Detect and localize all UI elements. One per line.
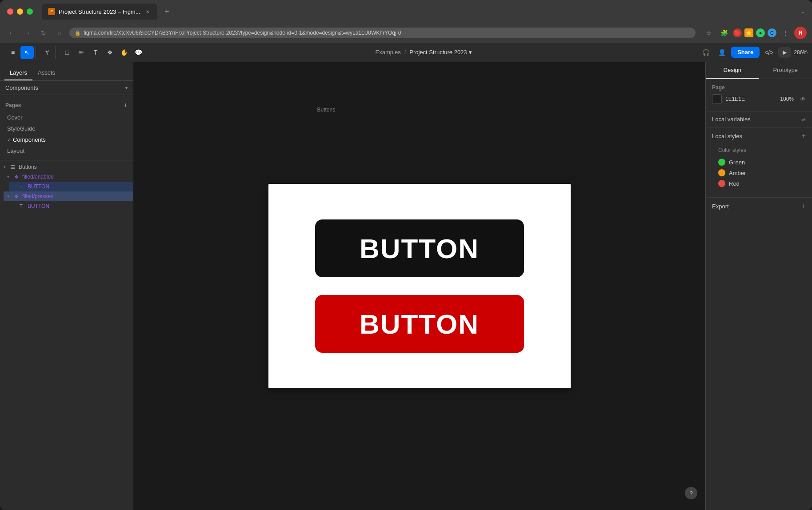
button-filled-enabled[interactable]: BUTTON xyxy=(315,219,524,277)
lock-icon: 🔒 xyxy=(75,30,81,36)
avatar-icon[interactable]: 👤 xyxy=(715,46,728,59)
page-color-value[interactable]: 1E1E1E xyxy=(725,96,745,102)
url-text: figma.com/file/XtcXvU6iSicCYDAB3YnFrx/Pr… xyxy=(84,30,401,36)
layer-button-text-1[interactable]: ▾ T BUTTON xyxy=(9,182,133,191)
minimize-traffic-light[interactable] xyxy=(17,8,23,15)
text-tool-button[interactable]: T xyxy=(89,46,102,59)
local-styles-section: Local styles + Color styles Green Amber xyxy=(706,128,812,197)
visibility-icon[interactable]: 👁 xyxy=(800,96,806,103)
export-add-button[interactable]: + xyxy=(802,202,806,210)
help-icon[interactable]: ? xyxy=(685,487,697,499)
tab-prototype[interactable]: Prototype xyxy=(759,62,812,79)
tab-expand-button[interactable]: ⌄ xyxy=(800,8,805,15)
components-label: Components xyxy=(5,84,125,91)
sidebar-tabs: Layers Assets xyxy=(0,62,133,81)
canvas-frame: BUTTON BUTTON xyxy=(268,184,571,388)
forward-button[interactable]: → xyxy=(21,27,34,39)
button-filled-pressed[interactable]: BUTTON xyxy=(315,295,524,353)
back-button[interactable]: ← xyxy=(5,27,18,39)
tab-layers[interactable]: Layers xyxy=(4,66,32,80)
frame-tool-button[interactable]: # xyxy=(40,46,54,59)
page-item-cover[interactable]: Cover xyxy=(0,112,133,123)
page-item-layout[interactable]: Layout xyxy=(0,145,133,156)
page-item-components[interactable]: ✓ Components xyxy=(0,134,133,145)
variables-icon[interactable]: ⇌ xyxy=(801,116,806,123)
chevron-down-icon: ▾ xyxy=(7,175,12,179)
tool-group-shape: □ ✏ T ❖ ✋ 💬 xyxy=(59,46,147,59)
red-color-dot xyxy=(718,180,725,187)
breadcrumb-parent[interactable]: Examples xyxy=(376,49,401,56)
layer-filled-pressed[interactable]: ▾ ❖ filled/pressed xyxy=(4,191,133,201)
zoom-level[interactable]: 286% xyxy=(794,49,808,56)
pages-section: Pages + Cover StyleGuide ✓ Components La… xyxy=(0,95,133,160)
close-traffic-light[interactable] xyxy=(7,8,13,15)
figma-toolbar-center: Examples / Project Structure 2023 ▾ xyxy=(150,49,697,56)
layer-buttons-group[interactable]: ▾ ☰ Buttons xyxy=(0,162,133,172)
page-item-styleguide[interactable]: StyleGuide xyxy=(0,123,133,134)
reload-button[interactable]: ↻ xyxy=(37,27,50,39)
layer-filled-enabled[interactable]: ▾ ❖ filled/enabled xyxy=(4,172,133,182)
chevron-down-icon: ▾ xyxy=(7,194,12,199)
add-page-button[interactable]: + xyxy=(124,101,128,109)
layer-button-text-1-label: BUTTON xyxy=(28,183,49,190)
page-opacity-value[interactable]: 100% xyxy=(780,96,794,102)
address-input[interactable]: 🔒 figma.com/file/XtcXvU6iSicCYDAB3YnFrx/… xyxy=(69,28,696,38)
export-label: Export xyxy=(712,203,802,210)
help-button[interactable]: ? xyxy=(685,487,697,499)
green-color-dot xyxy=(718,159,725,166)
maximize-traffic-light[interactable] xyxy=(27,8,33,15)
pages-section-title: Pages xyxy=(5,102,124,108)
play-button[interactable]: ▶ xyxy=(778,47,791,58)
ext-icon-2[interactable]: ⭐ xyxy=(744,28,753,37)
pages-section-header: Pages + xyxy=(0,99,133,112)
active-tab[interactable]: F Project Structure 2023 – Figm... ✕ xyxy=(42,4,157,20)
browser-window: F Project Structure 2023 – Figm... ✕ + ⌄… xyxy=(0,0,812,510)
home-button[interactable]: ⌂ xyxy=(53,27,66,39)
tab-favicon: F xyxy=(48,8,55,15)
left-sidebar: Layers Assets Components ▾ Pages + Cover… xyxy=(0,62,133,510)
breadcrumb-current[interactable]: Project Structure 2023 ▾ xyxy=(409,49,472,56)
browser-toolbar-right: ☆ 🧩 🔴 ⭐ ● C ⋮ R xyxy=(703,27,807,39)
page-color-section: Page 1E1E1E 100% 👁 xyxy=(706,79,812,112)
ext-icon-3[interactable]: ● xyxy=(756,28,765,37)
canvas-frame-label: Buttons xyxy=(317,107,336,113)
local-variables-label: Local variables xyxy=(712,116,801,123)
breadcrumb-separator: / xyxy=(404,49,406,56)
tool-group-select: ≡ ↖ xyxy=(4,46,36,59)
bookmark-icon[interactable]: ☆ xyxy=(703,27,715,39)
component-tool-button[interactable]: ❖ xyxy=(103,46,116,59)
pen-tool-button[interactable]: ✏ xyxy=(75,46,88,59)
tab-assets[interactable]: Assets xyxy=(32,66,60,80)
add-style-button[interactable]: + xyxy=(802,132,806,140)
local-styles-header: Local styles + xyxy=(712,132,806,140)
tab-design[interactable]: Design xyxy=(706,62,759,79)
color-style-red[interactable]: Red xyxy=(718,178,800,189)
canvas-area[interactable]: Buttons BUTTON BUTTON xyxy=(133,62,705,510)
tab-close-button[interactable]: ✕ xyxy=(144,8,151,15)
red-color-label: Red xyxy=(729,180,740,187)
component-icon: ❖ xyxy=(14,194,20,199)
profile-avatar[interactable]: R xyxy=(794,27,807,39)
hand-tool-button[interactable]: ✋ xyxy=(117,46,131,59)
components-chevron-icon: ▾ xyxy=(125,85,128,90)
code-view-button[interactable]: </> xyxy=(762,46,776,59)
rect-tool-button[interactable]: □ xyxy=(60,46,74,59)
local-variables-row: Local variables ⇌ xyxy=(706,112,812,128)
layer-button-text-2[interactable]: ▾ T BUTTON xyxy=(9,201,133,211)
color-style-amber[interactable]: Amber xyxy=(718,167,800,178)
ext-icon-1[interactable]: 🔴 xyxy=(733,28,742,37)
share-button[interactable]: Share xyxy=(731,47,760,58)
main-layout: Layers Assets Components ▾ Pages + Cover… xyxy=(0,62,812,510)
select-tool-button[interactable]: ↖ xyxy=(20,46,34,59)
amber-color-label: Amber xyxy=(729,170,746,176)
page-color-swatch[interactable] xyxy=(712,94,722,104)
extensions-icon[interactable]: 🧩 xyxy=(718,27,730,39)
color-style-green[interactable]: Green xyxy=(718,157,800,167)
comment-tool-button[interactable]: 💬 xyxy=(132,46,145,59)
device-preview-icon[interactable]: 🎧 xyxy=(699,46,712,59)
new-tab-button[interactable]: + xyxy=(161,5,173,18)
title-bar: F Project Structure 2023 – Figm... ✕ + ⌄ xyxy=(0,0,812,23)
ext-icon-4[interactable]: C xyxy=(768,28,776,37)
menu-tool-button[interactable]: ≡ xyxy=(6,46,20,59)
more-options-icon[interactable]: ⋮ xyxy=(779,27,792,39)
